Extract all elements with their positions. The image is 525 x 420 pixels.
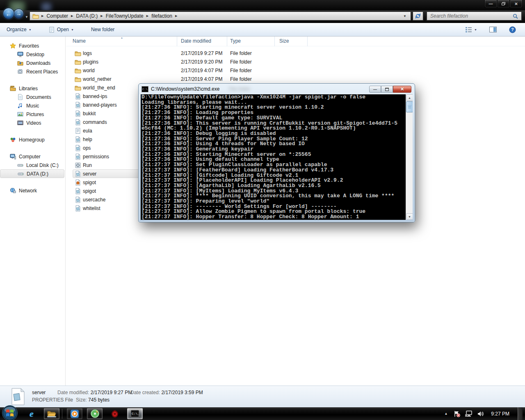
- refresh-button[interactable]: [413, 11, 423, 21]
- sidebar-group-label: Favorites: [19, 43, 39, 49]
- explorer-taskbar-button[interactable]: [44, 408, 59, 419]
- file-name: help: [83, 137, 92, 142]
- file-row-plugins[interactable]: plugins2/17/2019 9:20 PMFile folder: [66, 57, 525, 66]
- sidebar-item-desktop[interactable]: Desktop: [0, 50, 65, 59]
- breadcrumb-separator: ▶: [174, 14, 178, 18]
- forward-button[interactable]: →: [14, 9, 24, 19]
- file-name: permissions: [83, 154, 109, 160]
- preview-pane-button[interactable]: [486, 25, 500, 34]
- file-name: whitelist: [83, 205, 100, 211]
- open-button[interactable]: Open ▼: [46, 25, 77, 34]
- column-divider[interactable]: [307, 37, 308, 46]
- breadcrumb-separator: ▶: [146, 14, 149, 18]
- new-folder-label: New folder: [91, 27, 114, 32]
- breadcrumb-computer[interactable]: Computer: [44, 13, 70, 19]
- taskbar-clock[interactable]: 9:27 PM: [488, 411, 514, 417]
- sidebar-item-music[interactable]: Music: [0, 101, 65, 110]
- breadcrumb-filetownyupdate[interactable]: FileTownyUpdate: [104, 13, 146, 19]
- search-icon[interactable]: [513, 14, 518, 19]
- cmd-maximize-button[interactable]: [381, 86, 393, 93]
- back-button[interactable]: ←: [3, 8, 14, 19]
- recent-pages-dropdown[interactable]: ▼: [25, 15, 28, 19]
- glass-blur-text: File folder: [229, 86, 251, 92]
- column-header-name[interactable]: Name: [73, 38, 86, 44]
- address-bar[interactable]: ▶ Computer ▶ DATA (D:) ▶ FileTownyUpdate…: [30, 11, 411, 21]
- command-toolbar: Organize ▼ Open ▼ New folder ▼: [0, 23, 525, 37]
- svg-text:C:\_: C:\_: [132, 412, 139, 415]
- file-row-world-nether[interactable]: world_nether2/17/2019 4:07 PMFile folder: [66, 75, 525, 83]
- file-type: File folder: [230, 68, 252, 73]
- address-dropdown-arrow[interactable]: ▼: [401, 14, 409, 18]
- sidebar-item-downloads[interactable]: Downloads: [0, 59, 65, 67]
- sidebar-item-documents[interactable]: Documents: [0, 93, 65, 101]
- column-header-size[interactable]: Size: [279, 38, 289, 44]
- scroll-up-button[interactable]: ▲: [406, 94, 413, 101]
- column-header-type[interactable]: Type: [230, 38, 241, 44]
- sidebar-item-videos[interactable]: Videos: [0, 119, 65, 127]
- start-button[interactable]: [2, 405, 18, 420]
- show-hidden-icons-button[interactable]: ▲: [443, 412, 449, 415]
- sidebar-group-label: Network: [19, 188, 37, 194]
- red-app-taskbar-icon[interactable]: [107, 408, 123, 419]
- navigation-pane: FavoritesDesktopDownloadsRecent PlacesLi…: [0, 37, 66, 386]
- restore-button[interactable]: [497, 0, 510, 8]
- wmp-taskbar-icon[interactable]: [67, 408, 82, 419]
- show-desktop-button[interactable]: [518, 407, 523, 420]
- file-date-modified: 2/17/2019 4:07 PM: [181, 68, 222, 73]
- cmd-scrollbar[interactable]: ▲ ▼: [406, 94, 413, 220]
- network-tray-icon[interactable]: [465, 411, 473, 417]
- properties-file-icon: [11, 388, 25, 405]
- sidebar-group-label: Computer: [19, 154, 41, 160]
- new-folder-button[interactable]: New folder: [88, 25, 118, 34]
- scrollbar-thumb[interactable]: [406, 101, 413, 112]
- sidebar-item-label: Videos: [26, 120, 41, 126]
- column-divider[interactable]: [177, 37, 177, 46]
- column-header-date[interactable]: Date modified: [181, 38, 211, 44]
- change-view-button[interactable]: ▼: [462, 25, 480, 34]
- close-button[interactable]: ✕: [510, 0, 523, 8]
- media-player-icon: [70, 409, 79, 418]
- file-row-world[interactable]: world2/17/2019 4:07 PMFile folder: [66, 66, 525, 75]
- sidebar-item-local-disk-c-[interactable]: Local Disk (C:): [0, 161, 65, 169]
- sidebar-item-recent-places[interactable]: Recent Places: [0, 67, 65, 76]
- sidebar-group-network[interactable]: Network: [0, 186, 65, 195]
- green-utility-taskbar-button[interactable]: [87, 408, 103, 419]
- action-center-flag-icon[interactable]: [453, 411, 461, 417]
- minimize-button[interactable]: —: [484, 0, 497, 8]
- file-icon: [75, 102, 81, 108]
- cmd-taskbar-button[interactable]: C:\_: [127, 408, 143, 419]
- breadcrumb-filefaction[interactable]: filefaction: [149, 13, 174, 19]
- column-divider[interactable]: [274, 37, 275, 46]
- chevron-down-icon: ▼: [29, 28, 32, 31]
- ie-taskbar-icon[interactable]: e: [24, 408, 39, 419]
- explorer-window-controls: — ✕: [484, 0, 523, 8]
- scroll-down-button[interactable]: ▼: [406, 213, 413, 220]
- search-placeholder: Search filefaction: [430, 13, 513, 19]
- date-created-value: 2/17/2019 3:59 PM: [161, 390, 203, 395]
- file-name: banned-players: [83, 102, 117, 108]
- details-file-name: server: [32, 390, 46, 395]
- column-divider[interactable]: [227, 37, 227, 46]
- help-button[interactable]: ?: [506, 25, 519, 35]
- taskbar-divider: [62, 409, 62, 419]
- breadcrumb-data-d[interactable]: DATA (D:): [74, 13, 100, 19]
- cmd-titlebar[interactable]: File folder C:\ C:\Windows\system32\cmd.…: [139, 84, 415, 94]
- volume-tray-icon[interactable]: [477, 411, 484, 417]
- sidebar-group-libraries[interactable]: Libraries: [0, 84, 65, 93]
- sidebar-group-homegroup[interactable]: Homegroup: [0, 135, 65, 144]
- sidebar-item-data-d-[interactable]: DATA (D:): [0, 169, 64, 178]
- sidebar-group-favorites[interactable]: Favorites: [0, 41, 65, 50]
- breadcrumb-separator: ▶: [100, 14, 103, 18]
- sidebar-item-pictures[interactable]: Pictures: [0, 110, 65, 119]
- chevron-down-icon: ▼: [71, 28, 74, 31]
- file-row-logs[interactable]: logs2/17/2019 9:27 PMFile folder: [66, 49, 525, 57]
- organize-button[interactable]: Organize ▼: [3, 25, 35, 34]
- search-box[interactable]: Search filefaction: [427, 11, 522, 21]
- cmd-close-button[interactable]: ✕: [393, 86, 411, 93]
- sidebar-group-computer[interactable]: Computer: [0, 152, 65, 161]
- cmd-console[interactable]: D:\FileTownyUpdate\filefaction>java -Xmx…: [141, 94, 413, 220]
- file-icon: [75, 145, 81, 151]
- cmd-minimize-button[interactable]: —: [369, 86, 381, 93]
- batch-file-icon: [75, 162, 81, 169]
- preview-pane-icon: [489, 27, 497, 32]
